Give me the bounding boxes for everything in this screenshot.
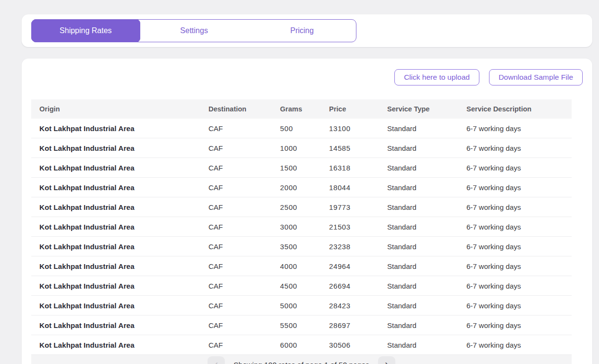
table-cell: CAF (208, 124, 280, 133)
table-cell: 6-7 working days (466, 144, 572, 152)
table-cell: 4500 (280, 282, 329, 290)
tab-pricing[interactable]: Pricing (248, 20, 356, 42)
table-cell: Standard (387, 223, 466, 231)
table-cell: 6-7 working days (466, 203, 572, 211)
column-header: Destination (208, 105, 280, 113)
table-row: Kot Lakhpat Industrial AreaCAF250019773S… (31, 197, 572, 217)
table-cell: Standard (387, 302, 466, 310)
table-row: Kot Lakhpat Industrial AreaCAF100014585S… (31, 138, 572, 158)
column-header: Origin (31, 105, 208, 113)
table-row: Kot Lakhpat Industrial AreaCAF450026694S… (31, 276, 572, 296)
table-cell: Standard (387, 183, 466, 192)
table-cell: Standard (387, 144, 466, 152)
table-cell: 6-7 working days (466, 124, 572, 133)
shipping-rates-card: Click here to upload Download Sample Fil… (22, 59, 592, 364)
table-cell: CAF (208, 302, 280, 310)
table-cell: CAF (208, 321, 280, 329)
table-cell: 6-7 working days (466, 164, 572, 172)
table-cell: 5500 (280, 321, 329, 329)
table-cell: Standard (387, 262, 466, 270)
table-cell: CAF (208, 164, 280, 172)
tabs-card: Shipping RatesSettingsPricing (22, 14, 592, 47)
table-cell: 16318 (329, 164, 387, 172)
table-cell: 28697 (329, 321, 387, 329)
upload-button[interactable]: Click here to upload (394, 69, 479, 85)
table-row: Kot Lakhpat Industrial AreaCAF50013100St… (31, 119, 572, 138)
download-sample-button[interactable]: Download Sample File (489, 69, 583, 85)
table-cell: Standard (387, 164, 466, 172)
table-cell: CAF (208, 223, 280, 231)
table-cell: Standard (387, 321, 466, 329)
table-cell: 23238 (329, 243, 387, 251)
table-cell: 19773 (329, 203, 387, 211)
table-cell: 24964 (329, 262, 387, 270)
table-cell: 30506 (329, 341, 387, 349)
table-cell: 6-7 working days (466, 321, 572, 329)
table-row: Kot Lakhpat Industrial AreaCAF200018044S… (31, 178, 572, 197)
table-cell: 500 (280, 124, 329, 133)
column-header: Price (329, 105, 387, 113)
tab-bar: Shipping RatesSettingsPricing (31, 19, 356, 42)
table-cell: 1500 (280, 164, 329, 172)
table-body: Kot Lakhpat Industrial AreaCAF50013100St… (31, 119, 572, 355)
table-cell: Kot Lakhpat Industrial Area (31, 243, 208, 251)
table-row: Kot Lakhpat Industrial AreaCAF600030506S… (31, 335, 572, 355)
table-cell: 14585 (329, 144, 387, 152)
table-cell: Kot Lakhpat Industrial Area (31, 203, 208, 211)
table-cell: Kot Lakhpat Industrial Area (31, 282, 208, 290)
table-cell: CAF (208, 282, 280, 290)
table-cell: Kot Lakhpat Industrial Area (31, 183, 208, 192)
table-cell: Kot Lakhpat Industrial Area (31, 302, 208, 310)
table-cell: Kot Lakhpat Industrial Area (31, 223, 208, 231)
rates-table: OriginDestinationGramsPriceService TypeS… (31, 99, 572, 355)
table-header: OriginDestinationGramsPriceService TypeS… (31, 99, 572, 119)
table-cell: CAF (208, 183, 280, 192)
table-cell: 2000 (280, 183, 329, 192)
table-cell: 6-7 working days (466, 262, 572, 270)
table-cell: 6-7 working days (466, 282, 572, 290)
table-cell: CAF (208, 144, 280, 152)
column-header: Service Description (466, 105, 572, 113)
chevron-left-icon: ‹ (215, 359, 218, 364)
table-cell: Standard (387, 282, 466, 290)
table-cell: 1000 (280, 144, 329, 152)
table-cell: 2500 (280, 203, 329, 211)
table-row: Kot Lakhpat Industrial AreaCAF300021503S… (31, 217, 572, 237)
table-cell: Kot Lakhpat Industrial Area (31, 144, 208, 152)
table-row: Kot Lakhpat Industrial AreaCAF350023238S… (31, 237, 572, 256)
previous-page-button[interactable]: ‹ (208, 356, 225, 364)
table-cell: 6000 (280, 341, 329, 349)
table-cell: 26694 (329, 282, 387, 290)
chevron-right-icon: › (385, 359, 388, 364)
table-cell: CAF (208, 341, 280, 349)
column-header: Grams (280, 105, 329, 113)
table-row: Kot Lakhpat Industrial AreaCAF550028697S… (31, 315, 572, 335)
table-cell: 6-7 working days (466, 341, 572, 349)
table-row: Kot Lakhpat Industrial AreaCAF150016318S… (31, 158, 572, 178)
table-cell: Kot Lakhpat Industrial Area (31, 321, 208, 329)
table-cell: 6-7 working days (466, 183, 572, 192)
table-cell: Standard (387, 124, 466, 133)
table-cell: Standard (387, 203, 466, 211)
table-cell: 28423 (329, 302, 387, 310)
actions-row: Click here to upload Download Sample Fil… (394, 69, 583, 85)
table-cell: 4000 (280, 262, 329, 270)
table-row: Kot Lakhpat Industrial AreaCAF400024964S… (31, 256, 572, 276)
column-header: Service Type (387, 105, 466, 113)
table-cell: CAF (208, 243, 280, 251)
tab-shipping-rates[interactable]: Shipping Rates (31, 19, 140, 42)
table-cell: 5000 (280, 302, 329, 310)
table-cell: CAF (208, 203, 280, 211)
table-cell: CAF (208, 262, 280, 270)
table-cell: Kot Lakhpat Industrial Area (31, 341, 208, 349)
table-cell: Standard (387, 243, 466, 251)
table-cell: Kot Lakhpat Industrial Area (31, 262, 208, 270)
table-cell: 3000 (280, 223, 329, 231)
next-page-button[interactable]: › (378, 356, 395, 364)
table-cell: 6-7 working days (466, 243, 572, 251)
tab-settings[interactable]: Settings (140, 20, 248, 42)
table-cell: 6-7 working days (466, 302, 572, 310)
table-cell: 6-7 working days (466, 223, 572, 231)
table-cell: Kot Lakhpat Industrial Area (31, 124, 208, 133)
table-cell: Kot Lakhpat Industrial Area (31, 164, 208, 172)
